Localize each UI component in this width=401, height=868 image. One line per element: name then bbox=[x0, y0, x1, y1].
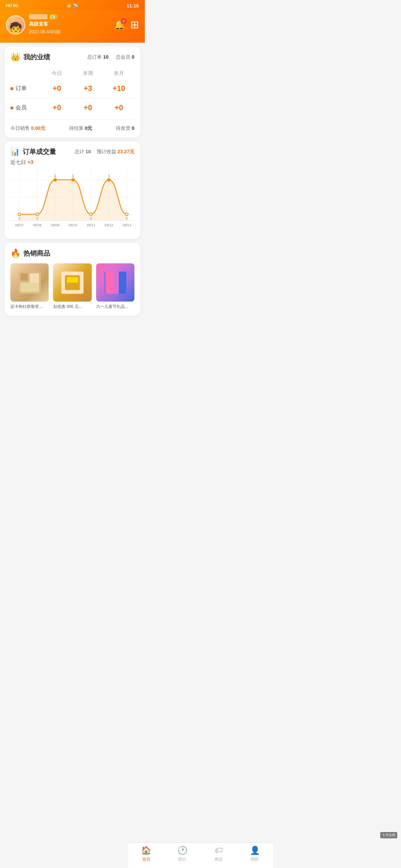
product-name-3: 六一儿童节礼品... bbox=[96, 304, 134, 309]
svg-text:08/13: 08/13 bbox=[123, 223, 131, 227]
svg-rect-40 bbox=[106, 272, 113, 294]
orders-row: 订单 +0 +3 +10 bbox=[10, 80, 134, 96]
svg-rect-33 bbox=[20, 273, 28, 281]
product-name-2: 划优惠 000 元... bbox=[53, 304, 91, 309]
svg-point-14 bbox=[89, 213, 92, 216]
pending-settle-value: 0元 bbox=[85, 125, 92, 131]
avatar: 🧒 bbox=[6, 15, 25, 34]
performance-header: 👑 我的业绩 总订单 10 总会员 0 bbox=[10, 52, 134, 62]
svg-text:08/09: 08/09 bbox=[51, 223, 59, 227]
orders-today: +0 bbox=[42, 84, 73, 93]
line-chart-wrap: 0 0 1 1 0 1 0 08/07 08/08 08/09 08/10 08… bbox=[10, 170, 134, 233]
user-name-row: 💎 bbox=[29, 14, 61, 19]
col-header-today: 今日 bbox=[42, 70, 73, 77]
svg-point-12 bbox=[54, 178, 56, 181]
main-content: 👑 我的业绩 总订单 10 总会员 0 今日 本周 本月 bbox=[0, 43, 145, 349]
svg-point-16 bbox=[125, 213, 128, 216]
chart-period: 近七日 +3 bbox=[10, 159, 134, 166]
product-item-3[interactable]: 六一儿童节礼品... bbox=[96, 263, 134, 310]
today-sales-label: 今日销售 bbox=[10, 125, 30, 131]
status-time: 11:16 bbox=[127, 3, 139, 9]
performance-totals: 总订单 10 总会员 0 bbox=[87, 54, 134, 60]
avatar-image: 🧒 bbox=[7, 16, 25, 34]
bell-badge: 0 bbox=[121, 18, 127, 24]
svg-rect-42 bbox=[119, 272, 126, 294]
pending-ship: 待发货 0 bbox=[116, 125, 134, 132]
svg-point-13 bbox=[72, 178, 74, 181]
members-week: +0 bbox=[72, 103, 104, 112]
crown-icon: 👑 bbox=[10, 52, 20, 62]
carrier-text: HD 5G bbox=[6, 3, 19, 8]
performance-table: 今日 本周 本月 订单 +0 +3 +10 会员 +0 bbox=[10, 68, 134, 116]
period-change: +3 bbox=[27, 159, 33, 165]
qr-code-icon[interactable]: ⊞ bbox=[130, 19, 139, 31]
total-members-stat: 总会员 0 bbox=[116, 54, 134, 60]
svg-text:0: 0 bbox=[126, 217, 128, 220]
svg-text:08/11: 08/11 bbox=[87, 223, 95, 227]
vip-level-text: 高级直客 bbox=[29, 21, 61, 27]
chart-card: 📊 订单成交量 总计 10 预计收益 23.27元 近七日 +3 bbox=[4, 141, 140, 239]
pending-settle: 待结算 0元 bbox=[69, 125, 92, 132]
today-sales-value: 0.00元 bbox=[31, 125, 45, 131]
members-month: +0 bbox=[104, 103, 135, 112]
orders-dot bbox=[10, 87, 13, 90]
user-name-placeholder bbox=[29, 14, 48, 19]
chart-earnings: 预计收益 23.27元 bbox=[97, 148, 134, 155]
svg-text:1: 1 bbox=[108, 174, 110, 178]
col-header-month: 本月 bbox=[104, 70, 135, 77]
svg-text:1: 1 bbox=[72, 174, 74, 178]
members-label: 会员 bbox=[10, 104, 42, 111]
products-row: 还卡狗社群裂变... 划优惠 000 元... bbox=[10, 263, 134, 310]
pending-ship-label: 待发货 bbox=[116, 125, 130, 131]
product-thumb-2 bbox=[53, 263, 91, 302]
svg-text:08/08: 08/08 bbox=[33, 223, 42, 227]
header: 🧒 💎 高级直客 2022-08-04到期 🔔 0 ⊞ bbox=[0, 10, 145, 43]
svg-rect-34 bbox=[30, 273, 39, 283]
vip-diamond-badge: 💎 bbox=[50, 14, 57, 19]
svg-text:1: 1 bbox=[54, 174, 56, 178]
orders-month: +10 bbox=[104, 84, 135, 93]
product-item-2[interactable]: 划优惠 000 元... bbox=[53, 263, 91, 310]
svg-point-11 bbox=[36, 213, 39, 216]
col-header-week: 本周 bbox=[72, 70, 104, 77]
members-today: +0 bbox=[42, 103, 73, 112]
chart-title-wrap: 📊 订单成交量 bbox=[10, 147, 56, 156]
notification-bell[interactable]: 🔔 0 bbox=[114, 20, 125, 30]
product-name-1: 还卡狗社群裂变... bbox=[10, 304, 49, 309]
line-chart-svg: 0 0 1 1 0 1 0 08/07 08/08 08/09 08/10 08… bbox=[10, 170, 134, 231]
total-orders-value: 10 bbox=[103, 54, 108, 60]
svg-text:0: 0 bbox=[19, 217, 20, 220]
performance-card: 👑 我的业绩 总订单 10 总会员 0 今日 本周 本月 bbox=[4, 46, 140, 138]
svg-point-10 bbox=[18, 213, 20, 216]
hot-products-header: 🔥 热销商品 bbox=[10, 249, 134, 258]
fire-icon: 🔥 bbox=[10, 249, 20, 258]
chart-title: 订单成交量 bbox=[23, 147, 56, 156]
product-thumb-3 bbox=[96, 263, 134, 302]
members-row: 会员 +0 +0 +0 bbox=[10, 100, 134, 116]
table-header: 今日 本周 本月 bbox=[10, 68, 134, 80]
orders-text: 订单 bbox=[16, 85, 27, 92]
signal-icon: 📶 bbox=[66, 3, 72, 8]
bottom-stats: 今日销售 0.00元 待结算 0元 待发货 0 bbox=[10, 119, 134, 132]
svg-rect-35 bbox=[20, 283, 39, 292]
row-divider bbox=[10, 98, 134, 98]
header-right: 🔔 0 ⊞ bbox=[114, 19, 139, 31]
total-orders-label: 总订单 bbox=[87, 54, 102, 60]
members-text: 会员 bbox=[16, 104, 27, 111]
svg-rect-41 bbox=[113, 272, 119, 294]
total-orders-stat: 总订单 10 bbox=[87, 54, 108, 60]
perf-title-wrap: 👑 我的业绩 bbox=[10, 52, 50, 62]
total-members-value: 0 bbox=[132, 54, 134, 60]
vip-expiry-text: 2022-08-04到期 bbox=[29, 29, 61, 35]
orders-week: +3 bbox=[72, 84, 104, 93]
product-item-1[interactable]: 还卡狗社群裂变... bbox=[10, 263, 49, 310]
chart-total: 总计 10 bbox=[75, 148, 91, 155]
user-info: 💎 高级直客 2022-08-04到期 bbox=[29, 14, 61, 35]
members-dot bbox=[10, 106, 13, 109]
total-members-label: 总会员 bbox=[116, 54, 130, 60]
col-header-label bbox=[10, 70, 42, 77]
chart-bar-icon: 📊 bbox=[10, 147, 20, 156]
svg-text:08/12: 08/12 bbox=[105, 223, 113, 227]
svg-rect-38 bbox=[67, 277, 78, 283]
chart-header: 📊 订单成交量 总计 10 预计收益 23.27元 bbox=[10, 147, 134, 156]
